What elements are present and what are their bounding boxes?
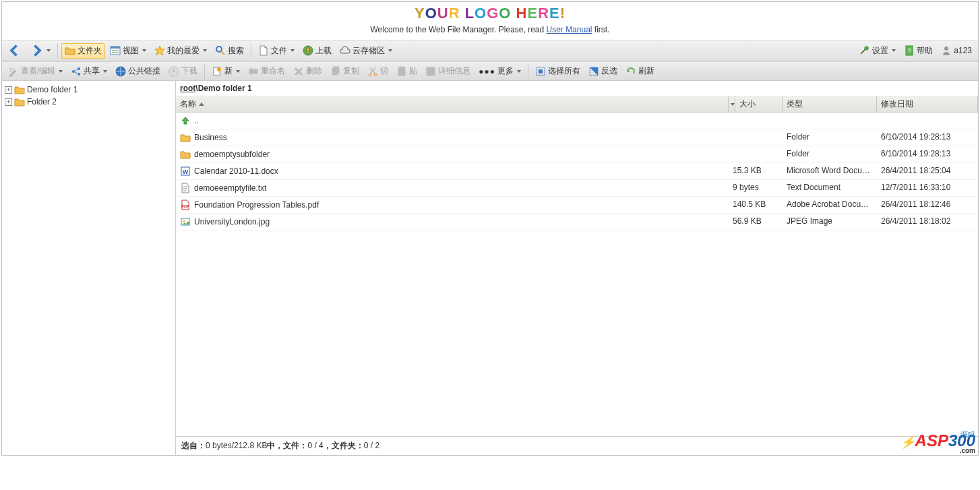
table-row[interactable]: UniversityLondon.jpg56.9 KBJPEG Image26/… [176,214,978,231]
folder-icon [180,132,191,143]
wrench-icon [859,45,870,56]
share-icon [71,66,82,77]
view-edit-button[interactable]: 查看/编辑 [5,63,66,79]
forward-button[interactable] [26,42,54,59]
expand-icon[interactable]: + [5,98,12,106]
cloud-label: 云存储区 [353,45,385,57]
table-row[interactable]: BusinessFolder6/10/2014 19:28:13 [176,129,978,146]
up-label: .. [194,116,199,125]
column-size[interactable]: 大小 [735,96,783,112]
new-button[interactable]: 新 [208,63,243,79]
back-button[interactable] [5,42,25,59]
expand-icon[interactable]: + [5,86,12,94]
public-links-button[interactable]: 公共链接 [112,63,164,79]
paste-button[interactable]: 贴 [393,63,421,79]
svg-text:PDF: PDF [181,204,189,208]
delete-button[interactable]: 删除 [290,63,326,79]
svg-point-10 [10,68,14,72]
paste-icon [396,66,407,77]
column-name[interactable]: 名称 [176,96,729,112]
welcome-prefix: Welcome to the Web File Manager. Please,… [370,25,546,34]
file-name: Calendar 2010-11.docx [194,166,278,176]
chevron-left-icon [8,44,22,57]
logo: YOUR LOGO HERE! [2,5,978,22]
tree-item[interactable]: + Folder 2 [3,96,174,108]
upload-button[interactable]: 上载 [299,43,335,59]
refresh-icon [625,66,636,77]
cut-label: 切 [380,65,388,77]
favorites-label: 我的最爱 [167,45,200,57]
file-name: demoemptysubfolder [194,150,270,159]
more-button[interactable]: ●●●更多 [475,63,524,79]
column-type[interactable]: 类型 [783,96,877,112]
table-row[interactable]: demoeeemptyfile.txt9 bytesText Document1… [176,180,978,197]
file-name: demoeeemptyfile.txt [194,183,266,193]
folder-icon [14,84,25,95]
word-icon: W [180,166,191,177]
refresh-button[interactable]: 刷新 [622,63,658,79]
copy-button[interactable]: 复制 [327,63,363,79]
cloud-button[interactable]: 云存储区 [336,43,396,59]
table-row[interactable]: demoemptysubfolderFolder6/10/2014 19:28:… [176,146,978,163]
view-button[interactable]: 视图 [106,43,150,59]
svg-point-11 [72,70,75,73]
favorites-button[interactable]: 我的最爱 [151,43,210,59]
column-menu[interactable] [729,96,735,112]
delete-icon [293,66,304,77]
svg-rect-21 [334,67,339,73]
status-bar: 选自：0 bytes/212.8 KB中，文件：0 / 4，文件夹：0 / 2 [176,436,978,455]
svg-rect-25 [400,67,404,69]
download-button[interactable]: 下载 [165,63,201,79]
view-icon [110,45,121,56]
select-all-button[interactable]: 选择所有 [532,63,584,79]
column-date[interactable]: 修改日期 [877,96,978,112]
file-type: Folder [783,131,877,144]
help-button[interactable]: ?帮助 [900,43,936,59]
tree-label: Demo folder 1 [27,85,78,94]
rename-button[interactable]: 重命名 [245,63,288,79]
file-label: 文件 [271,45,287,57]
table-row[interactable]: WCalendar 2010-11.docx15.3 KBMicrosoft W… [176,163,978,180]
download-label: 下载 [181,65,197,77]
svg-point-6 [866,48,867,49]
star-icon [154,45,165,56]
cut-icon [367,66,378,77]
file-type: Folder [783,148,877,161]
file-button[interactable]: 文件 [255,43,298,59]
up-row[interactable]: .. [176,113,978,129]
tree-label: Folder 2 [27,97,57,106]
cut-button[interactable]: 切 [364,63,392,79]
up-icon [180,115,191,126]
svg-point-27 [429,69,433,73]
svg-point-13 [78,73,80,75]
chevron-right-icon [30,44,43,57]
select-all-icon [535,66,546,77]
file-name: UniversityLondon.jpg [194,217,270,226]
folder-tree: + Demo folder 1 + Folder 2 [2,81,176,455]
share-button[interactable]: 共享 [67,63,111,79]
more-label: 更多 [497,65,514,77]
file-name: Foundation Progression Tables.pdf [194,200,319,210]
invert-selection-button[interactable]: 反选 [585,63,621,79]
settings-button[interactable]: 设置 [856,43,899,59]
search-button[interactable]: 搜索 [212,43,247,59]
breadcrumb-root[interactable]: root [180,84,195,93]
tree-item[interactable]: + Demo folder 1 [3,84,174,96]
folders-button[interactable]: 文件夹 [61,43,105,59]
user-button[interactable]: a123 [938,43,975,58]
file-type: Adobe Acrobat Document [783,198,877,212]
file-date: 26/4/2011 18:12:46 [877,198,978,212]
user-manual-link[interactable]: User Manual [547,25,592,34]
details-button[interactable]: 详细信息 [422,63,474,79]
file-size: 15.3 KB [729,164,783,178]
file-date: 26/4/2011 18:25:04 [877,164,978,178]
upload-label: 上载 [315,45,332,57]
delete-label: 删除 [306,65,322,77]
file-date: 6/10/2014 19:28:13 [877,148,978,161]
grid-header: 名称 大小 类型 修改日期 [176,96,978,113]
table-row[interactable]: PDFFoundation Progression Tables.pdf140.… [176,197,978,214]
folder-icon [65,45,75,56]
txt-icon [180,183,191,193]
cloud-icon [340,45,350,56]
select-all-label: 选择所有 [548,65,580,77]
